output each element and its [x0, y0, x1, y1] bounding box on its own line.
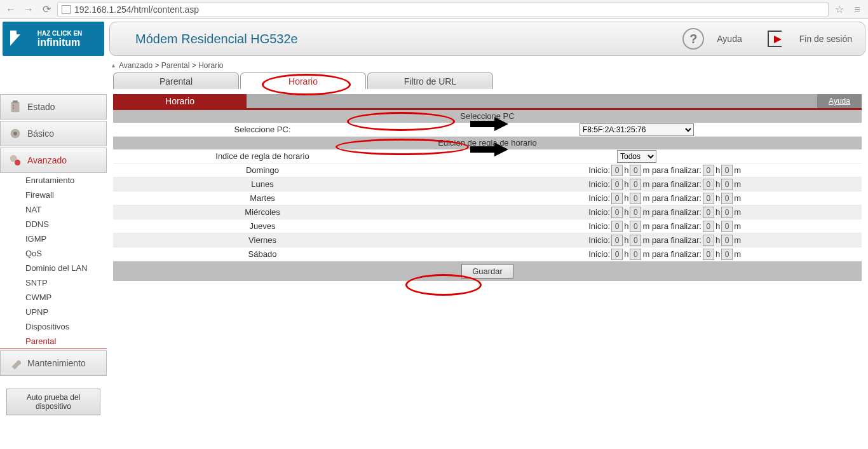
svg-rect-1 [13, 100, 17, 103]
save-button[interactable]: Guardar [461, 264, 513, 279]
forward-button[interactable]: → [22, 3, 36, 17]
day-row: JuevesInicio:hm para finalizar:hm [113, 219, 862, 233]
help-label: Ayuda [717, 34, 742, 44]
start-min-input[interactable] [630, 165, 641, 176]
section-title: Horario [113, 94, 247, 108]
gear-icon [8, 127, 22, 141]
start-hour-input[interactable] [611, 235, 623, 246]
start-hour-input[interactable] [611, 179, 623, 190]
day-label: Martes [113, 193, 412, 203]
url-text: 192.168.1.254/html/content.asp [74, 4, 199, 15]
bookmark-button[interactable]: ☆ [832, 3, 846, 17]
band-edit-rule: Edicion de regla de horario [113, 137, 862, 149]
start-min-input[interactable] [630, 193, 641, 204]
sidebar-item-dispositivos[interactable]: Dispositivos [0, 319, 107, 334]
end-hour-input[interactable] [703, 179, 714, 190]
sidebar-item-nat[interactable]: NAT [0, 202, 107, 217]
end-min-input[interactable] [721, 165, 733, 176]
help-link[interactable]: Ayuda [817, 94, 862, 108]
sidebar-item-cwmp[interactable]: CWMP [0, 290, 107, 305]
sidebar-item-igmp[interactable]: IGMP [0, 231, 107, 246]
start-hour-input[interactable] [611, 193, 623, 204]
cat-label: Avanzado [27, 155, 67, 165]
end-min-input[interactable] [721, 193, 733, 204]
day-row: MartesInicio:hm para finalizar:hm [113, 191, 862, 205]
start-min-input[interactable] [630, 249, 641, 260]
menu-button[interactable]: ≡ [850, 3, 864, 17]
day-label: Viernes [113, 235, 412, 245]
sidebar-mantenimiento[interactable]: Mantenimiento [0, 350, 107, 376]
day-label: Jueves [113, 221, 412, 231]
url-bar[interactable]: 192.168.1.254/html/content.asp [57, 2, 829, 17]
sidebar-item-dominio-del-lan[interactable]: Dominio del LAN [0, 261, 107, 275]
end-hour-input[interactable] [703, 193, 714, 204]
logo-line2: infinitum [37, 37, 81, 48]
back-button[interactable]: ← [4, 3, 18, 17]
tab-filtro[interactable]: Filtro de URL [367, 73, 493, 89]
inicio-label: Inicio: [588, 249, 610, 259]
sidebar-item-qos[interactable]: QoS [0, 246, 107, 261]
inicio-label: Inicio: [588, 221, 610, 231]
day-row: SábadoInicio:hm para finalizar:hm [113, 247, 862, 261]
sidebar-basico[interactable]: Básico [0, 121, 107, 146]
svg-point-3 [13, 107, 14, 109]
modem-title: Módem Residencial HG532e [116, 32, 676, 46]
inicio-label: Inicio: [588, 207, 610, 217]
start-hour-input[interactable] [611, 249, 623, 260]
start-min-input[interactable] [630, 221, 641, 232]
reload-button[interactable]: ⟳ [39, 3, 53, 17]
end-min-input[interactable] [721, 221, 733, 232]
svg-rect-0 [11, 102, 20, 113]
panel: Horario Ayuda Seleccione PC Seleccione P… [113, 89, 862, 281]
svg-point-2 [13, 105, 14, 106]
sidebar-item-enrutamiento[interactable]: Enrutamiento [0, 173, 107, 188]
end-min-input[interactable] [721, 207, 733, 218]
inicio-label: Inicio: [588, 165, 610, 175]
sidebar-item-sntp[interactable]: SNTP [0, 275, 107, 290]
day-label: Lunes [113, 179, 412, 189]
band-select-pc: Seleccione PC [113, 110, 862, 123]
end-min-input[interactable] [721, 249, 733, 260]
triangle-icon: ▲ [111, 62, 116, 69]
clipboard-icon [8, 100, 22, 114]
help-icon[interactable]: ? [682, 28, 704, 50]
cat-label: Mantenimiento [27, 358, 86, 368]
start-min-input[interactable] [630, 235, 641, 246]
inicio-label: Inicio: [588, 235, 610, 245]
rule-index-label: Indice de regla de horario [113, 151, 412, 161]
wrench-icon [8, 356, 22, 370]
inicio-label: Inicio: [588, 179, 610, 189]
day-label: Sábado [113, 249, 412, 259]
logo: HAZ CLICK EN infinitum [3, 22, 104, 56]
end-min-input[interactable] [721, 179, 733, 190]
sidebar-estado[interactable]: Estado [0, 94, 107, 120]
auto-test-button[interactable]: Auto prueba del dispositivo [6, 389, 100, 415]
start-hour-input[interactable] [611, 207, 623, 218]
end-hour-input[interactable] [703, 249, 714, 260]
sidebar-item-upnp[interactable]: UPNP [0, 305, 107, 319]
end-hour-input[interactable] [703, 235, 714, 246]
gears-icon [8, 153, 22, 167]
cat-label: Estado [27, 102, 55, 112]
cat-label: Básico [27, 128, 54, 139]
rule-index-dropdown[interactable]: Todos [617, 150, 656, 163]
tab-horario[interactable]: Horario [240, 73, 366, 89]
end-min-input[interactable] [721, 235, 733, 246]
start-hour-input[interactable] [611, 221, 623, 232]
start-min-input[interactable] [630, 207, 641, 218]
day-row: LunesInicio:hm para finalizar:hm [113, 177, 862, 191]
tab-parental[interactable]: Parental [113, 73, 239, 89]
day-row: ViernesInicio:hm para finalizar:hm [113, 233, 862, 247]
sidebar-avanzado[interactable]: Avanzado [0, 148, 107, 173]
start-hour-input[interactable] [611, 165, 623, 176]
day-label: Miércoles [113, 207, 412, 217]
logout-icon[interactable] [768, 29, 787, 48]
sidebar-item-firewall[interactable]: Firewall [0, 188, 107, 202]
sidebar-item-ddns[interactable]: DDNS [0, 217, 107, 231]
start-min-input[interactable] [630, 179, 641, 190]
sidebar-item-parental[interactable]: Parental [0, 334, 107, 349]
select-pc-dropdown[interactable]: F8:5F:2A:31:25:76 [580, 123, 694, 136]
end-hour-input[interactable] [703, 221, 714, 232]
end-hour-input[interactable] [703, 165, 714, 176]
end-hour-input[interactable] [703, 207, 714, 218]
